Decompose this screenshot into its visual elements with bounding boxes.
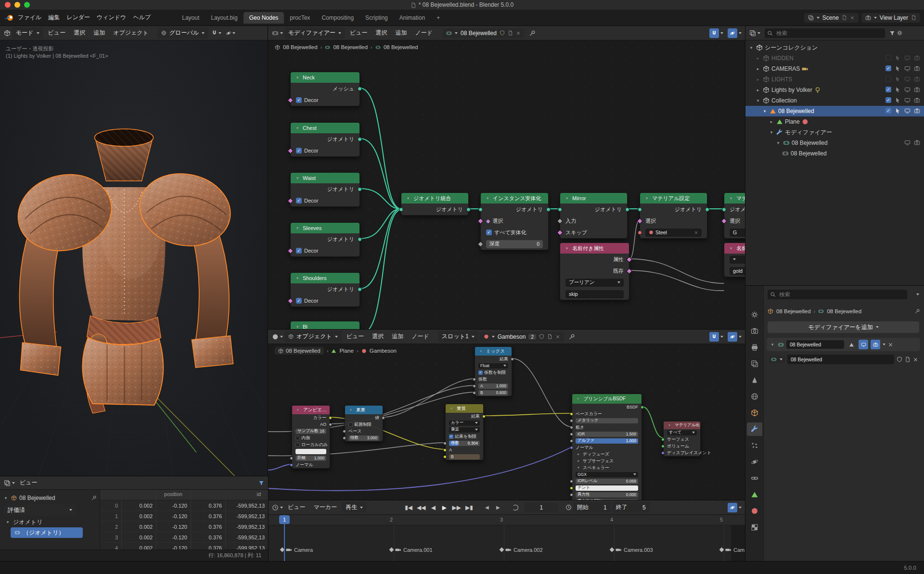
next-keyframe-button[interactable]: ▶▶ [450, 503, 462, 512]
tab-object-data[interactable] [747, 488, 762, 501]
outliner-row-cameras[interactable]: ▸CAMERAS✓ [745, 64, 924, 74]
tab-texture[interactable] [747, 521, 762, 534]
geo-node-canvas[interactable]: 08 Bejewelled › 08 Bejewelled › 08 Bejew… [268, 40, 745, 330]
editor-type-icon[interactable] [4, 480, 11, 486]
shader-menu-view[interactable]: ビュー [343, 331, 368, 342]
input-socket[interactable] [287, 198, 294, 204]
scene-selector[interactable]: Scene [804, 13, 859, 23]
menu-help[interactable]: ヘルプ [129, 12, 154, 23]
outliner-row-collection[interactable]: ▾Collection✓ [745, 95, 924, 106]
node-shoulders[interactable]: ▾Shoulders ジオメトリ ✓Decor [290, 272, 360, 307]
node-named-attribute[interactable]: ▾名前付き属性 属性 既存 ブーリアン skip [560, 242, 629, 300]
properties-search-input[interactable] [768, 290, 907, 299]
node-realize-instances[interactable]: ▾インスタンス実体化 ジオメトリ ◆選択 ✓すべて実体化 深度0 [480, 192, 549, 250]
geometry-tree-row[interactable]: ▾ジオメトリ [3, 517, 97, 527]
filter-icon[interactable] [889, 30, 895, 36]
fake-user-shield-icon[interactable] [897, 357, 902, 362]
realtime-toggle[interactable] [859, 340, 868, 349]
input-socket[interactable] [287, 148, 294, 154]
editor-type-icon[interactable] [272, 30, 279, 37]
input-socket[interactable] [287, 97, 294, 103]
checkbox[interactable]: ✓ [486, 230, 492, 235]
tab-object[interactable] [747, 406, 762, 420]
selectable-icon[interactable] [895, 76, 901, 82]
play-button[interactable]: ▶ [439, 503, 449, 512]
viewport-canvas[interactable]: ユーザー・透視投影 (1) Lights by Volker | 08 Beje… [0, 40, 268, 476]
menu-edit[interactable]: 編集 [45, 12, 63, 23]
edit-mode-toggle[interactable] [847, 340, 856, 349]
editor-type-icon[interactable] [272, 333, 279, 340]
viewport-visibility-icon[interactable] [904, 55, 911, 61]
render-toggle[interactable] [871, 340, 880, 349]
eval-state-dropdown[interactable]: 評価済 [4, 505, 76, 515]
breadcrumb-item[interactable]: 08 Bejewelled [283, 44, 318, 50]
output-socket[interactable] [329, 423, 332, 426]
snapping-caret[interactable] [720, 336, 723, 338]
depth-field[interactable]: 深度0 [486, 240, 543, 248]
geo-menu-add[interactable]: 追加 [392, 27, 411, 38]
playback-dropdown[interactable]: 再生 [342, 502, 367, 513]
node-math-power[interactable]: ▾累乗 値 ✓範囲制限 ベース 指数3.000 [345, 405, 383, 442]
jump-to-end-button[interactable]: ▶▮ [464, 503, 475, 512]
pin-icon[interactable] [914, 308, 920, 314]
node-clipped-named-attribute[interactable]: ▾名前 gold [724, 242, 745, 277]
outliner-row-lights[interactable]: ▸LIGHTS✓ [745, 74, 924, 85]
collection-checkbox[interactable]: ✓ [886, 65, 891, 71]
current-frame-field[interactable]: 1 [525, 503, 558, 512]
checkbox[interactable]: ✓ [296, 148, 302, 153]
overlays-caret[interactable] [739, 32, 742, 34]
menu-file[interactable]: ファイル [14, 12, 45, 23]
input-socket[interactable] [478, 207, 483, 212]
copy-icon[interactable] [905, 357, 911, 362]
add-modifier-button[interactable]: モディファイアーを追加 [768, 321, 919, 333]
proportional-edit-toggle[interactable] [224, 28, 237, 38]
collection-checkbox[interactable]: ✓ [886, 87, 891, 92]
workspace-tab-add[interactable]: + [431, 12, 446, 24]
input-socket[interactable] [557, 218, 563, 224]
input-socket[interactable] [570, 433, 573, 436]
shader-menu-node[interactable]: ノード [408, 331, 433, 342]
input-socket[interactable] [343, 430, 346, 433]
output-socket[interactable] [482, 415, 486, 418]
snapping-toggle[interactable] [709, 332, 719, 342]
timeline-ruler[interactable]: 2 3 4 5 [268, 515, 745, 525]
viewport-visibility-icon[interactable] [904, 87, 911, 93]
output-socket[interactable] [625, 207, 629, 212]
transform-orientation-dropdown[interactable]: グローバル [157, 27, 208, 38]
node-mirror[interactable]: ▾Mirror ジオメトリ 入力 スキップ [560, 192, 628, 239]
material-selector[interactable]: Gambeson2 [480, 332, 565, 342]
menu-window[interactable]: ウィンドウ [93, 12, 129, 23]
timeline-marker[interactable]: Camera.002 [500, 547, 543, 553]
spreadsheet-table[interactable]: position id 0 0.002 -0.120 0.376 -599,95… [100, 490, 268, 549]
checkbox[interactable]: ✓ [296, 198, 302, 204]
render-visibility-icon[interactable] [914, 97, 920, 103]
breadcrumb-item[interactable]: 08 Bejewelled [384, 44, 418, 50]
workspace-tab-layout-big[interactable]: Layout.big [205, 12, 243, 24]
type-dropdown[interactable]: Float [478, 363, 508, 369]
render-visibility-icon[interactable] [914, 140, 920, 146]
input-socket[interactable] [570, 493, 573, 497]
input-socket[interactable] [473, 378, 476, 381]
column-header-id[interactable]: id [225, 491, 265, 497]
shader-menu-add[interactable]: 追加 [388, 331, 407, 342]
alpha-field[interactable]: アルファ1.000 [576, 438, 638, 444]
input-socket[interactable] [661, 438, 665, 441]
checkbox[interactable]: ✓ [449, 434, 453, 439]
b-color-swatch[interactable]: B [449, 454, 480, 459]
node-group-selector[interactable]: 08 Bejewelled [442, 28, 525, 38]
collection-checkbox[interactable]: ✓ [886, 108, 891, 114]
next-frame-button[interactable]: ▶ [493, 503, 503, 512]
node-mix-color[interactable]: ▾乗算 結果 カラー 乗算 ✓結果を制限 係数0.304 A B [445, 404, 484, 460]
breadcrumb-item[interactable]: 08 Bejewelled [333, 44, 368, 50]
node-clipped-set-material[interactable]: ▾マテ ジオメ 選択 G [724, 192, 745, 239]
modifier-name-field[interactable]: 08 Bejewelled [786, 340, 844, 349]
attribute-name-field[interactable]: skip [565, 290, 624, 298]
editor-type-caret[interactable] [280, 32, 283, 34]
selectable-icon[interactable] [895, 65, 901, 72]
type-dropdown[interactable] [730, 255, 745, 264]
tab-world[interactable] [747, 390, 762, 403]
viewport-visibility-icon[interactable] [904, 140, 911, 146]
input-socket[interactable] [399, 207, 403, 212]
workspace-tab-geo-nodes[interactable]: Geo Nodes [244, 12, 284, 24]
timeline-marker[interactable]: Cam [720, 547, 744, 553]
